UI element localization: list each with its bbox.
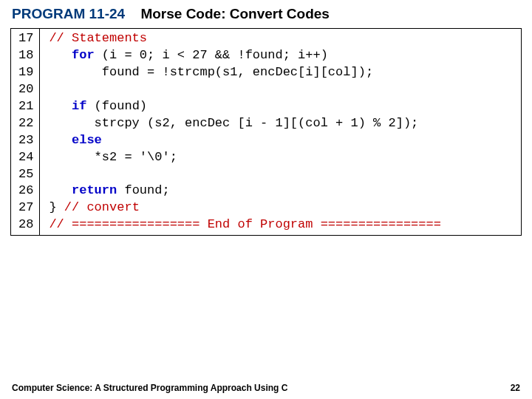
code-token: for <box>72 48 95 62</box>
code-line: for (i = 0; i < 27 && !found; i++) <box>49 47 515 64</box>
code-line: return found; <box>49 183 515 200</box>
code-line: } // convert <box>49 200 515 216</box>
code-token <box>49 99 72 113</box>
code-line: strcpy (s2, encDec [i - 1][(col + 1) % 2… <box>49 115 515 132</box>
code-listing: 17 18 19 20 21 22 23 24 25 26 27 28 // S… <box>10 28 522 236</box>
program-label: PROGRAM 11-24 <box>12 6 125 21</box>
code-line: // Statements <box>49 30 515 47</box>
code-token: (i = 0; i < 27 && !found; i++) <box>95 48 328 62</box>
line-number-gutter: 17 18 19 20 21 22 23 24 25 26 27 28 <box>11 29 40 235</box>
code-token <box>49 133 72 147</box>
code-body: // Statements for (i = 0; i < 27 && !fou… <box>40 29 521 235</box>
code-token: else <box>72 133 102 147</box>
footer-book-title: Computer Science: A Structured Programmi… <box>12 383 287 393</box>
code-token: found; <box>117 183 169 197</box>
slide-header: PROGRAM 11-24 Morse Code: Convert Codes <box>0 0 532 27</box>
code-token <box>49 183 72 197</box>
code-token: } <box>49 200 64 214</box>
code-line: else <box>49 132 515 149</box>
code-token <box>49 48 72 62</box>
code-line: // ================= End of Program ====… <box>49 216 515 233</box>
code-token: (found) <box>86 99 147 113</box>
code-line <box>49 81 515 98</box>
code-line: if (found) <box>49 98 515 115</box>
code-token: // convert <box>64 200 140 214</box>
code-token: return <box>72 183 117 197</box>
code-line: found = !strcmp(s1, encDec[i][col]); <box>49 64 515 81</box>
slide-footer: Computer Science: A Structured Programmi… <box>12 383 520 393</box>
code-token: // ================= End of Program ====… <box>49 217 441 231</box>
code-token: found = !strcmp(s1, encDec[i][col]); <box>49 65 373 79</box>
code-token: if <box>72 99 86 113</box>
code-token: strcpy (s2, encDec [i - 1][(col + 1) % 2… <box>49 116 418 130</box>
code-line: *s2 = '\0'; <box>49 149 515 166</box>
program-title: Morse Code: Convert Codes <box>140 6 329 21</box>
code-token: *s2 = '\0'; <box>49 150 177 164</box>
code-line <box>49 166 515 183</box>
footer-page-number: 22 <box>511 383 520 393</box>
code-token: // Statements <box>49 31 147 45</box>
